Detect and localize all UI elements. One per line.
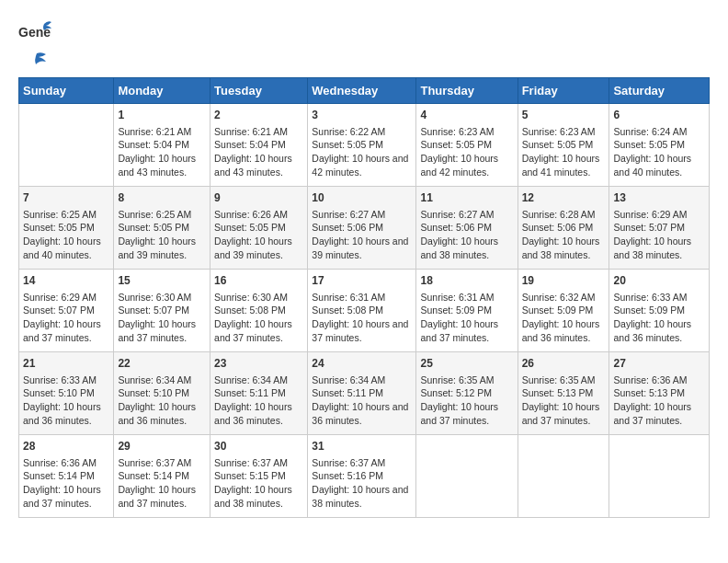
day-number: 20 (613, 273, 705, 289)
calendar-cell: 12Sunrise: 6:28 AMSunset: 5:06 PMDayligh… (518, 187, 609, 270)
logo: General (18, 18, 51, 68)
day-number: 15 (118, 273, 206, 289)
day-info: Sunrise: 6:31 AMSunset: 5:08 PMDaylight:… (312, 291, 412, 345)
page-header: General (18, 18, 710, 68)
calendar-cell: 30Sunrise: 6:37 AMSunset: 5:15 PMDayligh… (210, 435, 308, 518)
calendar-cell: 28Sunrise: 6:36 AMSunset: 5:14 PMDayligh… (19, 435, 114, 518)
day-number: 11 (420, 190, 513, 206)
day-info: Sunrise: 6:35 AMSunset: 5:12 PMDaylight:… (420, 373, 513, 428)
calendar-cell: 14Sunrise: 6:29 AMSunset: 5:07 PMDayligh… (19, 270, 114, 352)
calendar-cell (19, 104, 114, 187)
day-info: Sunrise: 6:23 AMSunset: 5:05 PMDaylight:… (420, 125, 513, 179)
day-number: 9 (214, 190, 303, 206)
day-info: Sunrise: 6:37 AMSunset: 5:15 PMDaylight:… (214, 456, 303, 511)
day-info: Sunrise: 6:23 AMSunset: 5:05 PMDaylight:… (522, 125, 606, 179)
calendar-cell (416, 435, 518, 518)
day-number: 14 (23, 273, 109, 289)
day-info: Sunrise: 6:30 AMSunset: 5:07 PMDaylight:… (118, 291, 206, 345)
calendar-cell: 20Sunrise: 6:33 AMSunset: 5:09 PMDayligh… (609, 270, 710, 352)
calendar-week-row: 14Sunrise: 6:29 AMSunset: 5:07 PMDayligh… (19, 270, 710, 352)
calendar-cell: 8Sunrise: 6:25 AMSunset: 5:05 PMDaylight… (114, 187, 210, 270)
day-number: 21 (23, 356, 109, 372)
calendar-cell: 1Sunrise: 6:21 AMSunset: 5:04 PMDaylight… (114, 104, 210, 187)
calendar-cell: 7Sunrise: 6:25 AMSunset: 5:05 PMDaylight… (19, 187, 114, 270)
weekday-header-friday: Friday (518, 78, 609, 104)
day-info: Sunrise: 6:33 AMSunset: 5:09 PMDaylight:… (613, 291, 705, 345)
calendar-cell: 26Sunrise: 6:35 AMSunset: 5:13 PMDayligh… (518, 352, 609, 435)
day-info: Sunrise: 6:25 AMSunset: 5:05 PMDaylight:… (23, 208, 109, 262)
calendar-week-row: 21Sunrise: 6:33 AMSunset: 5:10 PMDayligh… (19, 352, 710, 435)
day-info: Sunrise: 6:22 AMSunset: 5:05 PMDaylight:… (312, 125, 412, 179)
calendar-cell: 18Sunrise: 6:31 AMSunset: 5:09 PMDayligh… (416, 270, 518, 352)
calendar-cell (518, 435, 609, 518)
day-info: Sunrise: 6:34 AMSunset: 5:11 PMDaylight:… (214, 373, 303, 428)
day-number: 26 (522, 356, 606, 372)
day-info: Sunrise: 6:30 AMSunset: 5:08 PMDaylight:… (214, 291, 303, 345)
day-number: 6 (613, 108, 705, 123)
day-info: Sunrise: 6:26 AMSunset: 5:05 PMDaylight:… (214, 208, 303, 262)
day-info: Sunrise: 6:37 AMSunset: 5:16 PMDaylight:… (312, 456, 412, 511)
day-number: 3 (312, 108, 412, 123)
calendar-cell: 22Sunrise: 6:34 AMSunset: 5:10 PMDayligh… (114, 352, 210, 435)
day-number: 17 (312, 273, 412, 289)
day-info: Sunrise: 6:31 AMSunset: 5:09 PMDaylight:… (420, 291, 513, 345)
day-number: 13 (613, 190, 705, 206)
day-number: 22 (118, 356, 206, 372)
day-number: 23 (214, 356, 303, 372)
day-info: Sunrise: 6:21 AMSunset: 5:04 PMDaylight:… (118, 125, 206, 179)
calendar-cell: 2Sunrise: 6:21 AMSunset: 5:04 PMDaylight… (210, 104, 308, 187)
calendar-cell: 13Sunrise: 6:29 AMSunset: 5:07 PMDayligh… (609, 187, 710, 270)
calendar-cell: 31Sunrise: 6:37 AMSunset: 5:16 PMDayligh… (308, 435, 416, 518)
day-number: 10 (312, 190, 412, 206)
day-info: Sunrise: 6:27 AMSunset: 5:06 PMDaylight:… (420, 208, 513, 262)
calendar-cell: 16Sunrise: 6:30 AMSunset: 5:08 PMDayligh… (210, 270, 308, 352)
day-number: 8 (118, 190, 206, 206)
day-number: 7 (23, 190, 109, 206)
day-number: 30 (214, 439, 303, 454)
day-number: 29 (118, 439, 206, 454)
calendar-table: SundayMondayTuesdayWednesdayThursdayFrid… (18, 77, 710, 518)
day-number: 19 (522, 273, 606, 289)
day-info: Sunrise: 6:29 AMSunset: 5:07 PMDaylight:… (613, 208, 705, 262)
calendar-week-row: 1Sunrise: 6:21 AMSunset: 5:04 PMDaylight… (19, 104, 710, 187)
calendar-cell (609, 435, 710, 518)
day-number: 1 (118, 108, 206, 123)
calendar-cell: 9Sunrise: 6:26 AMSunset: 5:05 PMDaylight… (210, 187, 308, 270)
calendar-cell: 19Sunrise: 6:32 AMSunset: 5:09 PMDayligh… (518, 270, 609, 352)
day-number: 4 (420, 108, 513, 123)
day-number: 2 (214, 108, 303, 123)
calendar-cell: 17Sunrise: 6:31 AMSunset: 5:08 PMDayligh… (308, 270, 416, 352)
calendar-cell: 3Sunrise: 6:22 AMSunset: 5:05 PMDaylight… (308, 104, 416, 187)
weekday-header-monday: Monday (114, 78, 210, 104)
day-info: Sunrise: 6:27 AMSunset: 5:06 PMDaylight:… (312, 208, 412, 262)
weekday-header-sunday: Sunday (19, 78, 114, 104)
calendar-cell: 5Sunrise: 6:23 AMSunset: 5:05 PMDaylight… (518, 104, 609, 187)
weekday-header-row: SundayMondayTuesdayWednesdayThursdayFrid… (19, 78, 710, 104)
day-number: 24 (312, 356, 412, 372)
day-info: Sunrise: 6:25 AMSunset: 5:05 PMDaylight:… (118, 208, 206, 262)
calendar-cell: 23Sunrise: 6:34 AMSunset: 5:11 PMDayligh… (210, 352, 308, 435)
day-number: 12 (522, 190, 606, 206)
day-info: Sunrise: 6:34 AMSunset: 5:11 PMDaylight:… (312, 373, 412, 428)
calendar-week-row: 7Sunrise: 6:25 AMSunset: 5:05 PMDaylight… (19, 187, 710, 270)
day-number: 28 (23, 439, 109, 454)
day-info: Sunrise: 6:32 AMSunset: 5:09 PMDaylight:… (522, 291, 606, 345)
day-info: Sunrise: 6:21 AMSunset: 5:04 PMDaylight:… (214, 125, 303, 179)
day-info: Sunrise: 6:24 AMSunset: 5:05 PMDaylight:… (613, 125, 705, 179)
day-info: Sunrise: 6:35 AMSunset: 5:13 PMDaylight:… (522, 373, 606, 428)
calendar-week-row: 28Sunrise: 6:36 AMSunset: 5:14 PMDayligh… (19, 435, 710, 518)
calendar-cell: 15Sunrise: 6:30 AMSunset: 5:07 PMDayligh… (114, 270, 210, 352)
weekday-header-tuesday: Tuesday (210, 78, 308, 104)
day-info: Sunrise: 6:29 AMSunset: 5:07 PMDaylight:… (23, 291, 109, 345)
calendar-cell: 4Sunrise: 6:23 AMSunset: 5:05 PMDaylight… (416, 104, 518, 187)
day-number: 5 (522, 108, 606, 123)
logo-bird-icon (20, 52, 48, 68)
calendar-cell: 6Sunrise: 6:24 AMSunset: 5:05 PMDaylight… (609, 104, 710, 187)
day-number: 18 (420, 273, 513, 289)
day-number: 16 (214, 273, 303, 289)
day-info: Sunrise: 6:28 AMSunset: 5:06 PMDaylight:… (522, 208, 606, 262)
calendar-cell: 25Sunrise: 6:35 AMSunset: 5:12 PMDayligh… (416, 352, 518, 435)
day-info: Sunrise: 6:36 AMSunset: 5:13 PMDaylight:… (613, 373, 705, 428)
day-number: 31 (312, 439, 412, 454)
calendar-cell: 21Sunrise: 6:33 AMSunset: 5:10 PMDayligh… (19, 352, 114, 435)
